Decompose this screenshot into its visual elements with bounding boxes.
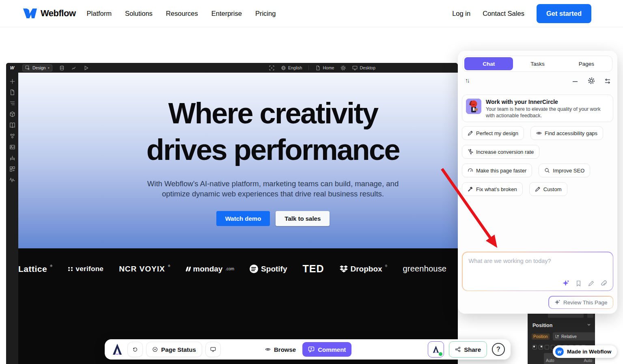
- minimize-icon[interactable]: [571, 78, 579, 85]
- designer-webflow-icon[interactable]: W: [6, 65, 18, 70]
- cms-button[interactable]: [59, 65, 65, 71]
- chip-label: Make this page faster: [476, 168, 526, 174]
- page-button[interactable]: Home: [315, 65, 334, 71]
- chip-find-accessibility-gaps[interactable]: Find accessibility gaps: [530, 126, 603, 140]
- nav-resources[interactable]: Resources: [166, 10, 198, 17]
- get-started-button[interactable]: Get started: [537, 4, 591, 23]
- share-button[interactable]: Share: [449, 341, 487, 358]
- tab-tasks[interactable]: Tasks: [513, 57, 562, 70]
- webflow-logo[interactable]: Webflow: [23, 8, 76, 19]
- pencil-icon: [468, 130, 473, 136]
- ai-sparkle-icon[interactable]: [563, 280, 569, 287]
- sort-icon[interactable]: ↑↓: [465, 77, 469, 84]
- talk-to-sales-button[interactable]: Talk to sales: [276, 211, 330, 226]
- site-canvas: Where creativity drives performance With…: [18, 73, 458, 364]
- top-navigation: Webflow Platform Solutions Resources Ent…: [0, 0, 623, 27]
- locale-label: English: [288, 65, 302, 70]
- swap-icon[interactable]: [604, 78, 611, 85]
- site-structure-icon[interactable]: [9, 155, 15, 161]
- navigator-icon[interactable]: [9, 100, 15, 106]
- target-icon: [152, 347, 158, 352]
- media-image-icon[interactable]: [9, 144, 15, 150]
- pages-icon[interactable]: [9, 89, 15, 95]
- chip-custom[interactable]: Custom: [529, 182, 567, 196]
- verifone-logo: verifone: [68, 265, 104, 273]
- share-label: Share: [464, 346, 481, 353]
- assistant-app-button[interactable]: [428, 341, 444, 358]
- page-settings-gear-icon[interactable]: [341, 65, 346, 71]
- browse-label: Browse: [274, 346, 296, 353]
- astro-logo[interactable]: [110, 342, 124, 356]
- globe-icon: [281, 65, 286, 71]
- chip-label: Custom: [543, 186, 562, 192]
- apps-icon[interactable]: [9, 166, 15, 172]
- nav-pricing[interactable]: Pricing: [255, 10, 276, 17]
- components-icon[interactable]: [9, 111, 15, 117]
- settings-gear-icon[interactable]: [588, 77, 595, 84]
- review-button-label: Review This Page: [563, 299, 608, 306]
- chat-input[interactable]: [463, 252, 613, 278]
- attach-paperclip-icon[interactable]: [600, 280, 607, 287]
- nav-platform[interactable]: Platform: [87, 10, 112, 17]
- customer-logos: Lattice® verifone NCR VOYIX® monday.com …: [18, 248, 458, 275]
- comment-button[interactable]: Comment: [302, 342, 351, 357]
- nav-solutions[interactable]: Solutions: [125, 10, 153, 17]
- spotify-icon: [250, 265, 258, 273]
- ted-logo: TED: [303, 263, 324, 275]
- designer-topbar: W Design ▾ English: [6, 63, 458, 73]
- position-value-dropdown[interactable]: Relative ▾: [553, 332, 595, 340]
- page-status-button[interactable]: Page Status: [146, 342, 202, 357]
- tab-chat[interactable]: Chat: [464, 57, 513, 70]
- bookmark-icon[interactable]: [575, 280, 582, 287]
- interactions-icon[interactable]: [9, 177, 15, 183]
- analytics-button[interactable]: [71, 65, 77, 71]
- refresh-button[interactable]: [127, 342, 143, 357]
- preview-button[interactable]: [84, 65, 89, 71]
- contact-sales-link[interactable]: Contact Sales: [483, 10, 524, 17]
- assets-book-icon[interactable]: [9, 122, 15, 128]
- watch-demo-button[interactable]: Watch demo: [216, 211, 270, 226]
- breakpoint-button[interactable]: Desktop: [352, 65, 375, 71]
- chip-label: Find accessibility gaps: [545, 130, 597, 136]
- desktop-icon: [352, 65, 358, 71]
- browse-button[interactable]: Browse: [265, 346, 296, 353]
- database-icon: [59, 65, 65, 71]
- chip-improve-seo[interactable]: Improve SEO: [539, 164, 590, 177]
- device-preview-button[interactable]: [205, 342, 221, 357]
- chart-icon: [71, 65, 77, 71]
- login-link[interactable]: Log in: [452, 10, 470, 17]
- innercircle-card[interactable]: Work with your InnerCircle Your team is …: [462, 95, 613, 122]
- lattice-logo: Lattice®: [18, 264, 53, 274]
- search-icon: [544, 168, 550, 173]
- review-this-page-button[interactable]: Review This Page: [548, 296, 613, 309]
- chip-make-this-page-faster[interactable]: Make this page faster: [462, 164, 532, 177]
- section-collapse-chevron-icon[interactable]: [587, 323, 591, 327]
- made-in-webflow-label: Made in Webflow: [567, 349, 611, 355]
- focus-icon[interactable]: [269, 65, 274, 71]
- tab-pages[interactable]: Pages: [562, 57, 611, 70]
- chip-perfect-my-design[interactable]: Perfect my design: [462, 126, 524, 140]
- styles-drops-icon[interactable]: [9, 133, 15, 139]
- style-panel-partial-row: [548, 313, 584, 318]
- webflow-logo-icon: [23, 9, 37, 18]
- online-status-dot: [439, 352, 442, 356]
- chip-increase-conversion-rate[interactable]: Increase conversion rate: [462, 145, 539, 159]
- nav-enterprise[interactable]: Enterprise: [211, 10, 242, 17]
- monday-logo: monday.com: [186, 265, 235, 274]
- chip-fix-whats-broken[interactable]: Fix what's broken: [462, 182, 523, 196]
- help-button[interactable]: ?: [492, 343, 505, 356]
- position-value: Relative: [561, 334, 595, 339]
- locale-button[interactable]: English: [281, 65, 302, 71]
- position-property-label[interactable]: Position: [532, 334, 550, 340]
- edit-pen-icon[interactable]: [588, 280, 595, 287]
- add-element-icon[interactable]: [9, 78, 15, 84]
- dropbox-logo: Dropbox®: [340, 265, 388, 274]
- page-icon: [315, 65, 321, 71]
- page: Webflow Platform Solutions Resources Ent…: [0, 0, 623, 364]
- design-mode-dropdown[interactable]: Design ▾: [22, 65, 52, 71]
- sparkle-icon: [554, 299, 560, 306]
- innercircle-description: Your team is here to elevate the quality…: [486, 106, 610, 119]
- position-section-title: Position: [532, 323, 552, 328]
- made-in-webflow-badge[interactable]: w Made in Webflow: [553, 345, 617, 358]
- chip-label: Increase conversion rate: [476, 149, 534, 155]
